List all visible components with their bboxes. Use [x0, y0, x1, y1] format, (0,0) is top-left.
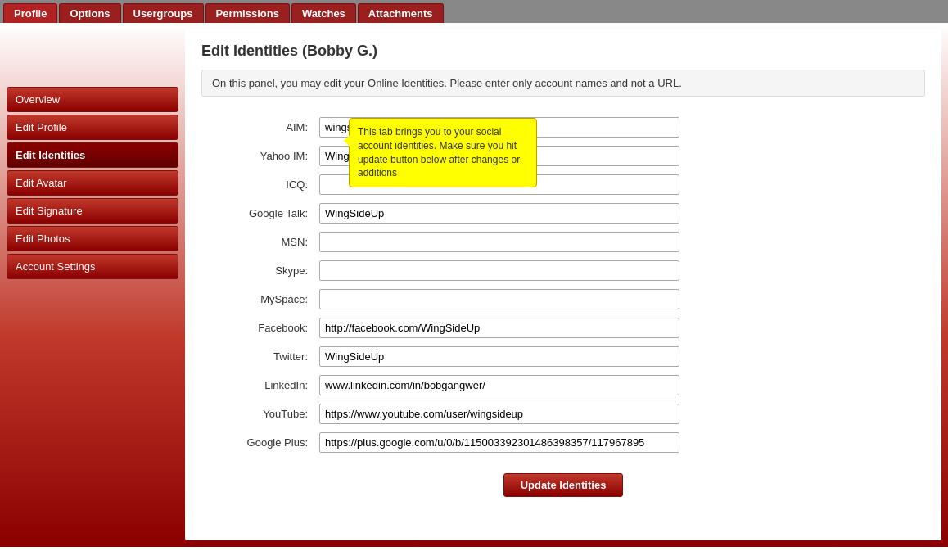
form-row: LinkedIn:	[201, 371, 925, 400]
sidebar-item-edit-identities[interactable]: Edit Identities	[7, 142, 178, 168]
update-identities-button[interactable]: Update Identities	[503, 473, 624, 497]
field-cell	[316, 285, 925, 314]
field-label: Skype:	[201, 256, 316, 285]
page-title: Edit Identities (Bobby G.)	[201, 43, 925, 60]
tab-profile[interactable]: Profile	[3, 3, 57, 23]
tab-permissions[interactable]: Permissions	[205, 3, 290, 23]
sidebar-item-edit-avatar[interactable]: Edit Avatar	[7, 170, 178, 196]
sidebar: Overview Edit Profile Edit Identities Ed…	[7, 29, 178, 540]
field-cell	[316, 428, 925, 457]
form-row: Twitter:	[201, 342, 925, 371]
tab-options[interactable]: Options	[59, 3, 120, 23]
form-row: MSN:	[201, 228, 925, 256]
identity-input-youtube[interactable]	[319, 404, 679, 424]
field-cell	[316, 400, 925, 428]
field-label: MSN:	[201, 228, 316, 256]
sidebar-item-edit-signature[interactable]: Edit Signature	[7, 198, 178, 224]
field-cell	[316, 256, 925, 285]
field-cell	[316, 228, 925, 256]
content-panel: This tab brings you to your social accou…	[185, 29, 941, 540]
form-row: YouTube:	[201, 400, 925, 428]
field-cell	[316, 342, 925, 371]
field-cell	[316, 371, 925, 400]
tab-usergroups[interactable]: Usergroups	[123, 3, 204, 23]
form-row: AIM:	[201, 113, 925, 142]
field-label: AIM:	[201, 113, 316, 142]
field-label: Yahoo IM:	[201, 142, 316, 170]
field-label: Google Plus:	[201, 428, 316, 457]
app-wrapper: Profile Options Usergroups Permissions W…	[0, 0, 948, 560]
form-row: Skype:	[201, 256, 925, 285]
form-row: MySpace:	[201, 285, 925, 314]
field-label: Google Talk:	[201, 199, 316, 228]
field-label: YouTube:	[201, 400, 316, 428]
field-label: MySpace:	[201, 285, 316, 314]
identity-input-linkedin[interactable]	[319, 375, 679, 395]
form-row: Google Talk:	[201, 199, 925, 228]
form-row: Yahoo IM:	[201, 142, 925, 170]
identities-form: AIM:Yahoo IM:ICQ:Google Talk:MSN:Skype:M…	[201, 113, 925, 457]
tooltip-text: This tab brings you to your social accou…	[358, 126, 520, 178]
field-label: Facebook:	[201, 314, 316, 342]
top-tab-bar: Profile Options Usergroups Permissions W…	[0, 0, 948, 23]
form-row: Facebook:	[201, 314, 925, 342]
field-label: ICQ:	[201, 170, 316, 199]
main-area: Overview Edit Profile Edit Identities Ed…	[0, 23, 948, 547]
identity-input-googletalk[interactable]	[319, 203, 679, 224]
identity-input-skype[interactable]	[319, 260, 679, 281]
identity-input-twitter[interactable]	[319, 346, 679, 367]
sidebar-item-edit-photos[interactable]: Edit Photos	[7, 226, 178, 251]
identity-input-msn[interactable]	[319, 232, 679, 252]
sidebar-item-account-settings[interactable]: Account Settings	[7, 254, 178, 279]
form-row: ICQ:	[201, 170, 925, 199]
field-label: Twitter:	[201, 342, 316, 371]
sidebar-item-overview[interactable]: Overview	[7, 87, 178, 112]
sidebar-item-edit-profile[interactable]: Edit Profile	[7, 115, 178, 140]
field-label: LinkedIn:	[201, 371, 316, 400]
tab-watches[interactable]: Watches	[291, 3, 356, 23]
info-text: On this panel, you may edit your Online …	[201, 70, 925, 97]
identity-input-googleplus[interactable]	[319, 432, 679, 453]
identity-input-myspace[interactable]	[319, 289, 679, 309]
tooltip-bubble: This tab brings you to your social accou…	[349, 118, 537, 187]
identity-input-facebook[interactable]	[319, 318, 679, 338]
form-row: Google Plus:	[201, 428, 925, 457]
field-cell	[316, 199, 925, 228]
tab-attachments[interactable]: Attachments	[358, 3, 444, 23]
field-cell	[316, 314, 925, 342]
